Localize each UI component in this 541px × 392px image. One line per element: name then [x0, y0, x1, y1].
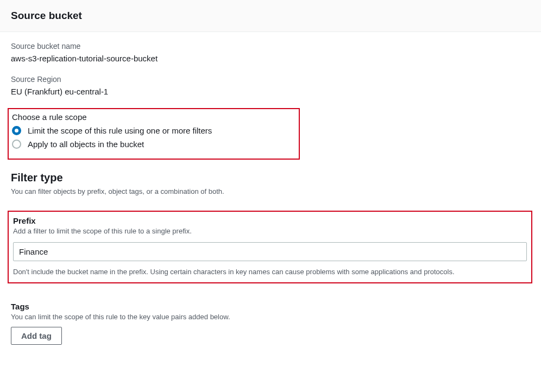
- region-value: EU (Frankfurt) eu-central-1: [11, 87, 530, 96]
- prefix-group: Prefix Add a filter to limit the scope o…: [8, 211, 532, 283]
- scope-title: Choose a rule scope: [12, 112, 295, 122]
- prefix-heading: Prefix: [13, 216, 527, 225]
- scope-radio-all[interactable]: Apply to all objects in the bucket: [12, 140, 295, 149]
- region-label: Source Region: [11, 75, 530, 84]
- tags-group: Tags You can limit the scope of this rul…: [11, 302, 530, 345]
- radio-selected-icon: [12, 126, 21, 135]
- prefix-input[interactable]: [13, 242, 527, 261]
- bucket-name-label: Source bucket name: [11, 42, 530, 50]
- filter-type-heading: Filter type: [11, 172, 530, 184]
- scope-radio-limit-label: Limit the scope of this rule using one o…: [28, 126, 212, 135]
- tags-help: You can limit the scope of this rule to …: [11, 312, 530, 323]
- scope-radio-limit[interactable]: Limit the scope of this rule using one o…: [12, 126, 295, 135]
- radio-unselected-icon: [12, 140, 21, 149]
- source-region-group: Source Region EU (Frankfurt) eu-central-…: [11, 75, 530, 96]
- bucket-name-value: aws-s3-replication-tutorial-source-bucke…: [11, 54, 530, 63]
- tags-heading: Tags: [11, 302, 530, 311]
- add-tag-button[interactable]: Add tag: [11, 327, 62, 345]
- prefix-help: Add a filter to limit the scope of this …: [13, 226, 527, 237]
- page-title: Source bucket: [11, 10, 530, 22]
- source-bucket-name-group: Source bucket name aws-s3-replication-tu…: [11, 42, 530, 63]
- filter-type-sub: You can filter objects by prefix, object…: [11, 187, 530, 195]
- content-area: Source bucket name aws-s3-replication-tu…: [0, 32, 541, 356]
- panel-header: Source bucket: [0, 0, 541, 32]
- scope-radio-all-label: Apply to all objects in the bucket: [28, 140, 144, 149]
- prefix-post-help: Don't include the bucket name in the pre…: [13, 267, 524, 277]
- rule-scope-group: Choose a rule scope Limit the scope of t…: [8, 108, 300, 160]
